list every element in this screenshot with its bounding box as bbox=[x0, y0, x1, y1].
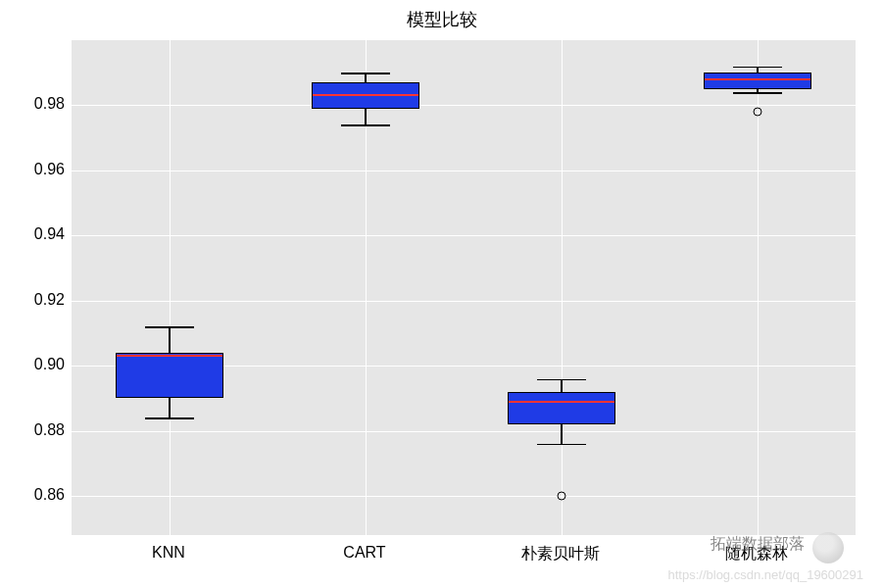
cap-lower bbox=[341, 124, 390, 126]
ytick-label: 0.86 bbox=[6, 486, 65, 504]
plot-area bbox=[71, 39, 857, 536]
gridline-h bbox=[72, 496, 856, 497]
watermark-logo bbox=[812, 532, 844, 564]
gridline-h bbox=[72, 105, 856, 106]
cap-lower bbox=[145, 417, 194, 419]
median-line bbox=[509, 401, 614, 403]
cap-lower bbox=[537, 444, 586, 446]
cap-upper bbox=[733, 67, 782, 69]
gridline-h bbox=[72, 171, 856, 172]
ytick-label: 0.98 bbox=[6, 95, 65, 113]
median-line bbox=[705, 78, 810, 80]
outlier bbox=[558, 492, 566, 501]
xtick-label: KNN bbox=[152, 544, 185, 562]
box bbox=[704, 73, 811, 89]
watermark-brand: 拓端数据部落 bbox=[711, 534, 805, 555]
cap-upper bbox=[537, 379, 586, 381]
gridline-h bbox=[72, 301, 856, 302]
gridline-h bbox=[72, 235, 856, 236]
ytick-label: 0.92 bbox=[6, 291, 65, 309]
ytick-label: 0.88 bbox=[6, 421, 65, 439]
outlier bbox=[754, 108, 762, 117]
ytick-label: 0.96 bbox=[6, 161, 65, 178]
whisker-lower bbox=[169, 398, 171, 417]
cap-upper bbox=[341, 73, 390, 74]
gridline-v bbox=[170, 40, 171, 535]
box bbox=[116, 353, 223, 399]
whisker-lower bbox=[561, 424, 563, 444]
whisker-upper bbox=[169, 326, 171, 353]
box bbox=[508, 392, 615, 424]
gridline-h bbox=[72, 431, 856, 432]
xtick-label: 朴素贝叶斯 bbox=[521, 544, 600, 564]
watermark-url: https://blog.csdn.net/qq_19600291 bbox=[668, 567, 864, 582]
whisker-upper bbox=[561, 379, 563, 392]
ytick-label: 0.94 bbox=[6, 225, 65, 243]
median-line bbox=[313, 94, 418, 96]
chart-title: 模型比较 bbox=[0, 8, 883, 31]
cap-upper bbox=[145, 326, 194, 328]
median-line bbox=[117, 355, 222, 357]
ytick-label: 0.90 bbox=[6, 356, 65, 373]
cap-lower bbox=[733, 92, 782, 94]
xtick-label: CART bbox=[343, 544, 385, 562]
whisker-lower bbox=[365, 109, 367, 125]
gridline-v bbox=[562, 40, 563, 535]
